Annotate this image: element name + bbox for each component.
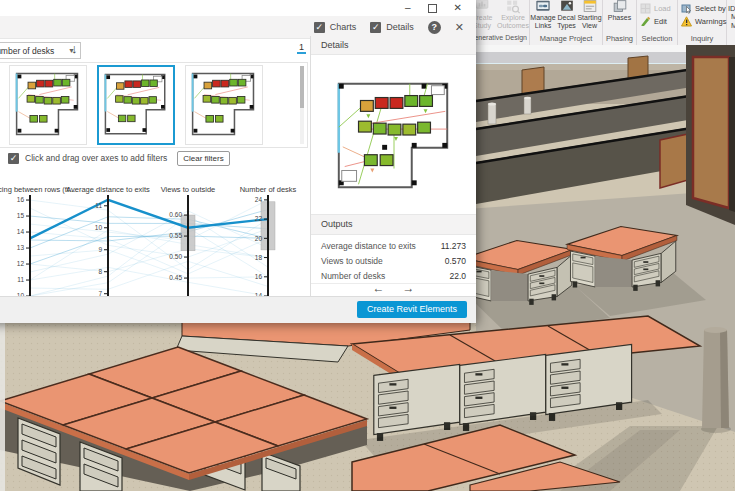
edit-icon <box>640 16 651 27</box>
svg-text:8: 8 <box>98 268 102 275</box>
svg-text:12: 12 <box>17 260 25 267</box>
svg-text:14: 14 <box>17 228 25 235</box>
charts-checkbox[interactable]: Charts <box>314 22 357 33</box>
phases-button[interactable]: Phases <box>605 0 635 22</box>
ribbon-group-label: Manage Project <box>530 34 602 45</box>
ribbon-group-inquiry: Select by ID Warnings Inquiry <box>678 0 727 45</box>
details-checkbox[interactable]: Details <box>370 22 414 33</box>
macro-icon <box>731 2 735 12</box>
decal-types-icon <box>559 0 575 14</box>
option-thumbnail-3[interactable] <box>185 65 263 145</box>
details-title: Details <box>311 36 476 55</box>
details-panel: Details <box>310 36 476 296</box>
svg-text:18: 18 <box>255 254 263 261</box>
svg-text:9: 9 <box>98 246 102 253</box>
minimize-button[interactable]: – <box>405 3 411 13</box>
warnings-button[interactable]: Warnings <box>678 15 726 28</box>
option-preview <box>311 55 476 214</box>
help-icon[interactable]: ? <box>428 21 441 34</box>
next-option-button[interactable]: → <box>403 281 415 295</box>
filters-checkbox[interactable] <box>8 153 19 164</box>
thumbnails-scrollbar[interactable] <box>300 66 304 144</box>
svg-text:22: 22 <box>255 215 263 222</box>
close-window-button[interactable]: ✕ <box>454 3 462 13</box>
output-row: Views to outside 0.570 <box>311 253 476 268</box>
dialog-titlebar[interactable]: – ✕ <box>0 0 476 16</box>
option-thumbnails <box>0 62 308 148</box>
checkbox-checked-icon <box>370 22 381 33</box>
load-icon <box>640 3 651 14</box>
edit-button[interactable]: Edit <box>637 15 667 28</box>
parallel-coordinates-chart[interactable]: Spacing between rows (ft...Average dista… <box>0 183 310 303</box>
clear-filters-button[interactable]: Clear filters <box>177 151 229 166</box>
create-study-icon <box>474 0 490 14</box>
starting-view-icon <box>582 0 598 14</box>
svg-text:10: 10 <box>95 224 103 231</box>
option-thumbnail-1[interactable] <box>9 65 87 145</box>
ribbon-group-label: Generative Design <box>467 34 529 45</box>
screen: { "colors":{"accent_blue":"#1b9ad2","but… <box>0 0 735 491</box>
warnings-icon <box>681 16 692 27</box>
maximize-button[interactable] <box>428 4 437 13</box>
ribbon-group-clipped: Ma Mar <box>727 0 735 45</box>
ribbon-group-phasing: Phases Phasing <box>603 0 637 45</box>
create-revit-elements-button[interactable]: Create Revit Elements <box>357 301 467 318</box>
filter-controls: Click and drag over axes to add filters … <box>0 150 230 166</box>
svg-text:Number of desks: Number of desks <box>240 185 297 194</box>
output-row: Average distance to exits 11.273 <box>311 238 476 253</box>
floor-plan-image <box>325 60 463 210</box>
svg-text:0.45: 0.45 <box>169 274 182 281</box>
svg-text:11: 11 <box>95 202 102 209</box>
svg-text:15: 15 <box>17 212 25 219</box>
svg-text:16: 16 <box>17 196 25 203</box>
svg-text:Spacing between rows (ft...: Spacing between rows (ft... <box>0 185 75 194</box>
checkbox-checked-icon <box>314 22 325 33</box>
svg-text:13: 13 <box>17 244 25 251</box>
download-icon[interactable]: ↓ <box>71 41 78 56</box>
svg-text:20: 20 <box>255 235 263 242</box>
outputs-list: Average distance to exits 11.273 Views t… <box>311 235 476 284</box>
ribbon-group-label: Inquiry <box>678 34 726 45</box>
manage-links-button[interactable]: Manage Links <box>531 0 555 29</box>
close-icon[interactable]: ✕ <box>455 21 464 34</box>
ribbon-group-selection: Load Edit Selection <box>637 0 678 45</box>
ribbon-group-generative-design: Create Study Explore Outcomes Generative… <box>467 0 530 45</box>
dialog-footer: Create Revit Elements <box>0 296 476 323</box>
ribbon-group-manage-project: Manage Links Decal Types Starting View M… <box>530 0 603 45</box>
explore-outcomes-button[interactable]: Explore Outcomes <box>497 0 529 29</box>
starting-view-button[interactable]: Starting View <box>578 0 601 29</box>
option-thumbnail-2-selected[interactable] <box>97 65 175 145</box>
decal-types-button[interactable]: Decal Types <box>555 0 578 29</box>
page-indicator[interactable]: 1 <box>297 42 306 54</box>
option-navigation: ← → <box>311 281 476 295</box>
ribbon: Create Study Explore Outcomes Generative… <box>467 0 735 45</box>
phases-icon <box>612 0 628 14</box>
ribbon-group-label: Phasing <box>603 34 636 45</box>
svg-text:24: 24 <box>255 196 263 203</box>
previous-option-button[interactable]: ← <box>373 281 385 295</box>
select-by-id-icon <box>681 3 692 14</box>
svg-text:16: 16 <box>255 273 263 280</box>
generative-design-dialog: – ✕ Charts Details ? ✕ Number of desks ▼… <box>0 0 476 322</box>
manage-links-icon <box>535 0 551 14</box>
svg-text:0.50: 0.50 <box>169 253 182 260</box>
svg-text:Views to outside: Views to outside <box>161 185 215 194</box>
svg-text:11: 11 <box>17 276 24 283</box>
sort-dropdown[interactable]: Number of desks ▼ <box>0 42 81 59</box>
explore-outcomes-icon <box>505 0 521 14</box>
svg-text:0.55: 0.55 <box>169 232 182 239</box>
load-button[interactable]: Load <box>637 2 671 15</box>
svg-text:0.60: 0.60 <box>169 211 182 218</box>
svg-text:Average distance to exits: Average distance to exits <box>66 185 150 194</box>
ribbon-group-label: Selection <box>637 34 677 45</box>
outputs-title: Outputs <box>311 214 476 235</box>
